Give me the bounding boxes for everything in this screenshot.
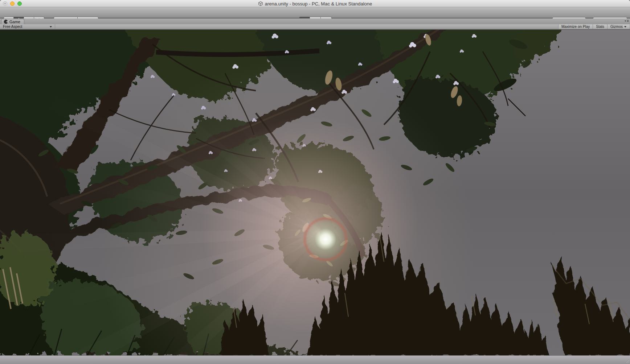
gizmos-button[interactable]: Gizmos [607,24,629,29]
panel-menu-icon[interactable]: ▼ ≡ [624,19,629,23]
aspect-dropdown-label: Free Aspect [3,25,22,29]
panel-menu-triangle: ▼ [624,20,626,22]
tab-game-label: Game [9,20,20,24]
game-view-buttons: Maximize on Play Stats Gizmos [558,24,629,29]
panel-menu-lines: ≡ [627,19,629,23]
unity-logo-icon [258,1,263,6]
window-title: arena.unity - bossup - PC, Mac & Linux S… [265,1,372,7]
aspect-dropdown[interactable]: Free Aspect [0,24,55,29]
game-scene [0,30,630,355]
chevron-down-icon [50,26,52,28]
game-view-icon [4,20,8,24]
main-toolbar: Center Local [0,7,630,18]
tab-strip: Game ▼ ≡ [0,18,630,24]
resize-grip-icon[interactable] [624,358,629,363]
game-viewport[interactable] [0,30,630,355]
game-control-bar: Free Aspect Maximize on Play Stats Gizmo… [0,24,630,29]
unity-window: arena.unity - bossup - PC, Mac & Linux S… [0,0,630,364]
stats-button[interactable]: Stats [593,24,607,29]
stats-label: Stats [596,25,604,29]
title-wrap: arena.unity - bossup - PC, Mac & Linux S… [0,0,630,7]
maximize-on-play-label: Maximize on Play [561,25,590,29]
sun-core [315,228,336,250]
gizmos-label: Gizmos [610,25,623,29]
maximize-on-play-button[interactable]: Maximize on Play [558,24,593,29]
titlebar[interactable]: arena.unity - bossup - PC, Mac & Linux S… [0,0,630,7]
status-bar [0,355,630,364]
chevron-down-icon [624,26,626,28]
tab-game[interactable]: Game [1,19,24,24]
